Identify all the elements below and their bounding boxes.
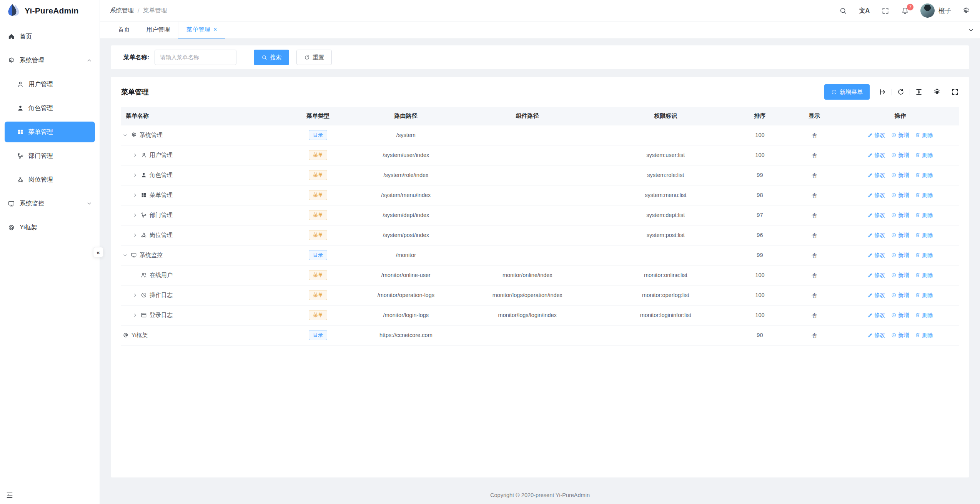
edit-link[interactable]: 修改 [867,232,885,239]
table-fullscreen-icon[interactable] [951,88,959,96]
plus-circle-icon [891,212,897,218]
expand-arrow-icon[interactable] [133,193,138,198]
expand-arrow-icon[interactable] [123,253,128,258]
edit-link[interactable]: 修改 [867,192,885,199]
breadcrumb-item[interactable]: 系统管理 [110,7,134,15]
add-link[interactable]: 新增 [891,312,909,319]
sidebar-item-menus[interactable]: 菜单管理 [5,122,95,142]
add-link[interactable]: 新增 [891,332,909,339]
type-tag: 菜单 [309,270,327,280]
logo[interactable]: Yi-PureAdmin [0,0,100,22]
close-tab-icon[interactable]: × [213,27,217,33]
sidebar-item-roles[interactable]: 角色管理 [0,96,100,120]
sort-cell: 99 [733,245,787,265]
plus-circle-icon [891,312,897,318]
tab-home[interactable]: 首页 [110,22,138,38]
settings-button[interactable] [962,7,970,15]
sidebar-collapse-button[interactable]: « [93,247,103,257]
add-link[interactable]: 新增 [891,152,909,159]
tab-options-button[interactable] [962,22,980,38]
tab-menus[interactable]: 菜单管理 × [178,22,225,38]
delete-link[interactable]: 删除 [915,152,933,159]
menu-name-cell: 用户管理 [121,152,280,159]
delete-link[interactable]: 删除 [915,272,933,279]
edit-link[interactable]: 修改 [867,332,885,339]
menu-name: 菜单管理 [150,192,173,199]
edit-link[interactable]: 修改 [867,292,885,299]
edit-link[interactable]: 修改 [867,312,885,319]
notifications-button[interactable]: 7 [901,7,909,15]
plus-circle-icon [891,192,897,198]
row-actions: 修改 新增 删除 [842,212,959,219]
sidebar: Yi-PureAdmin 首页 系统管理 用户管理 角色管理 [0,0,100,504]
edit-icon [867,292,873,298]
show-cell: 否 [787,285,842,305]
menu-name-cell: 系统监控 [121,252,280,259]
expand-arrow-icon[interactable] [133,153,138,158]
add-link[interactable]: 新增 [891,192,909,199]
add-link[interactable]: 新增 [891,252,909,259]
add-link[interactable]: 新增 [891,272,909,279]
expand-all-icon[interactable] [879,88,887,96]
sidebar-item-depts[interactable]: 部门管理 [0,144,100,168]
row-actions: 修改 新增 删除 [842,252,959,259]
table-header-row: 菜单名称 菜单类型 路由路径 组件路径 权限标识 排序 显示 操作 [121,107,959,125]
row-actions: 修改 新增 删除 [842,292,959,299]
search-submit-button[interactable]: 搜索 [254,50,289,65]
col-sort: 排序 [733,107,787,125]
expand-arrow-icon[interactable] [133,213,138,218]
post-icon [17,176,24,183]
add-link[interactable]: 新增 [891,212,909,219]
add-link[interactable]: 新增 [891,132,909,139]
sidebar-item-users[interactable]: 用户管理 [0,72,100,96]
add-link[interactable]: 新增 [891,172,909,179]
sidebar-item-home[interactable]: 首页 [0,25,100,48]
reset-button[interactable]: 重置 [296,50,332,65]
delete-link[interactable]: 删除 [915,292,933,299]
row-density-icon[interactable] [915,88,923,96]
edit-link[interactable]: 修改 [867,152,885,159]
tab-users[interactable]: 用户管理 [138,22,178,38]
translate-button[interactable]: 文A [859,7,870,15]
route-cell: /system/user/index [356,145,456,165]
edit-link[interactable]: 修改 [867,172,885,179]
expand-arrow-icon[interactable] [133,293,138,298]
menu-table: 菜单名称 菜单类型 路由路径 组件路径 权限标识 排序 显示 操作 [121,107,959,345]
expand-arrow-icon[interactable] [133,173,138,178]
component-cell [456,225,599,245]
delete-link[interactable]: 删除 [915,312,933,319]
delete-link[interactable]: 删除 [915,232,933,239]
edit-link[interactable]: 修改 [867,212,885,219]
add-link[interactable]: 新增 [891,292,909,299]
search-button[interactable] [839,7,847,15]
add-link[interactable]: 新增 [891,232,909,239]
edit-link[interactable]: 修改 [867,272,885,279]
edit-link[interactable]: 修改 [867,132,885,139]
delete-link[interactable]: 删除 [915,132,933,139]
delete-link[interactable]: 删除 [915,172,933,179]
user-name[interactable]: 橙子 [938,7,951,15]
fullscreen-button[interactable] [882,7,889,15]
card-header: 菜单管理 新增菜单 [111,77,969,107]
collapse-sidebar-icon[interactable] [6,491,13,499]
sidebar-item-system[interactable]: 系统管理 [0,48,100,72]
avatar[interactable] [920,3,935,18]
sidebar-item-yi-framework[interactable]: Yi框架 [0,215,100,239]
component-cell [456,145,599,165]
column-settings-icon[interactable] [933,88,941,96]
expand-arrow-icon[interactable] [133,313,138,318]
sidebar-item-monitor[interactable]: 系统监控 [0,192,100,215]
refresh-table-icon[interactable] [897,88,905,96]
expand-arrow-icon[interactable] [123,133,128,138]
delete-link[interactable]: 删除 [915,192,933,199]
add-menu-button[interactable]: 新增菜单 [824,84,870,100]
route-cell: /monitor/online-user [356,265,456,285]
expand-arrow-icon[interactable] [133,233,138,238]
edit-link[interactable]: 修改 [867,252,885,259]
delete-link[interactable]: 删除 [915,252,933,259]
delete-link[interactable]: 删除 [915,212,933,219]
menu-name-input[interactable] [155,50,236,65]
col-route-path: 路由路径 [356,107,456,125]
sidebar-item-posts[interactable]: 岗位管理 [0,168,100,192]
delete-link[interactable]: 删除 [915,332,933,339]
